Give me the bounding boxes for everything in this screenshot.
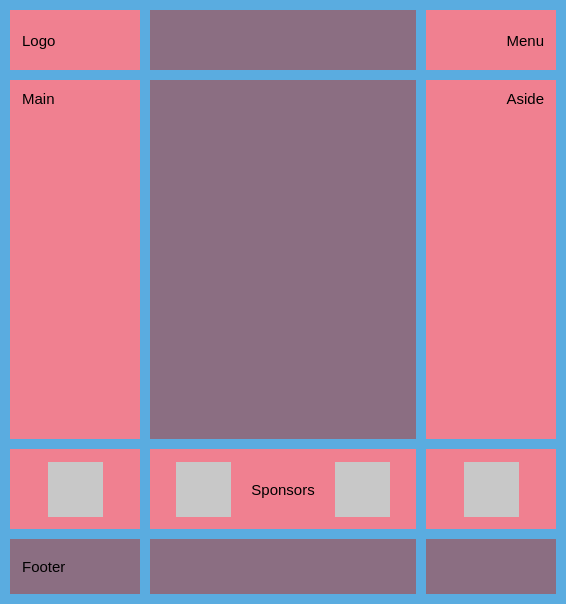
sponsor-box-1	[48, 462, 103, 517]
footer-left: Footer	[10, 539, 140, 594]
header-row: Logo Menu	[10, 10, 556, 70]
sponsor-box-2	[176, 462, 231, 517]
content-row: Main Aside	[10, 80, 556, 439]
footer-row: Footer	[10, 539, 556, 594]
sponsors-left	[10, 449, 140, 529]
content-center	[150, 80, 416, 439]
content-aside: Aside	[426, 80, 556, 439]
main-label: Main	[22, 90, 55, 107]
content-main: Main	[10, 80, 140, 439]
sponsor-box-3	[335, 462, 390, 517]
header-menu: Menu	[426, 10, 556, 70]
sponsor-box-4	[464, 462, 519, 517]
sponsors-center: Sponsors	[150, 449, 416, 529]
menu-label: Menu	[506, 32, 544, 49]
header-logo: Logo	[10, 10, 140, 70]
footer-center	[150, 539, 416, 594]
page-wrapper: Logo Menu Main Aside Sponsors Fo	[0, 0, 566, 604]
footer-label: Footer	[22, 558, 65, 575]
header-center	[150, 10, 416, 70]
sponsors-right	[426, 449, 556, 529]
aside-label: Aside	[506, 90, 544, 107]
logo-label: Logo	[22, 32, 55, 49]
footer-right	[426, 539, 556, 594]
sponsors-row: Sponsors	[10, 449, 556, 529]
sponsors-label: Sponsors	[251, 481, 314, 498]
